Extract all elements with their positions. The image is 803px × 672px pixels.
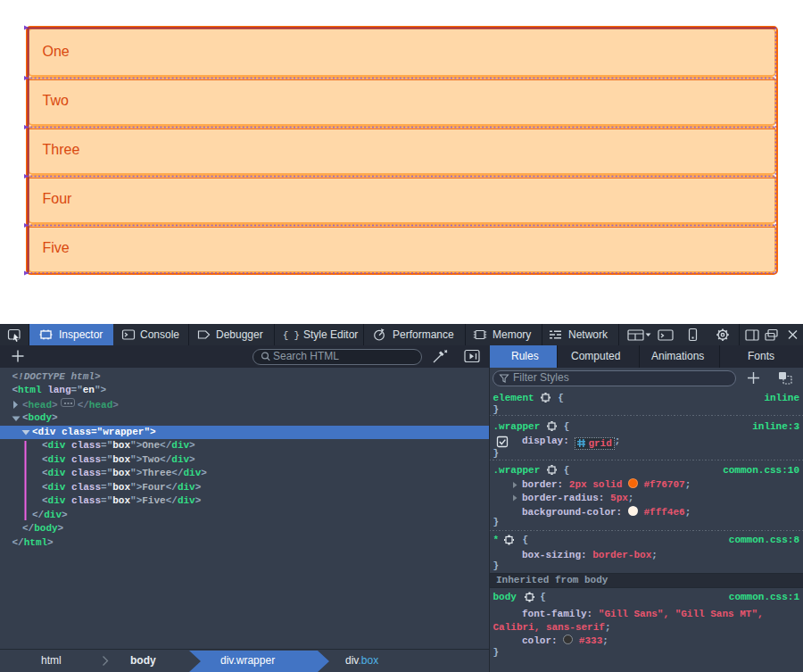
svg-text:{ }: { } [283, 330, 300, 341]
